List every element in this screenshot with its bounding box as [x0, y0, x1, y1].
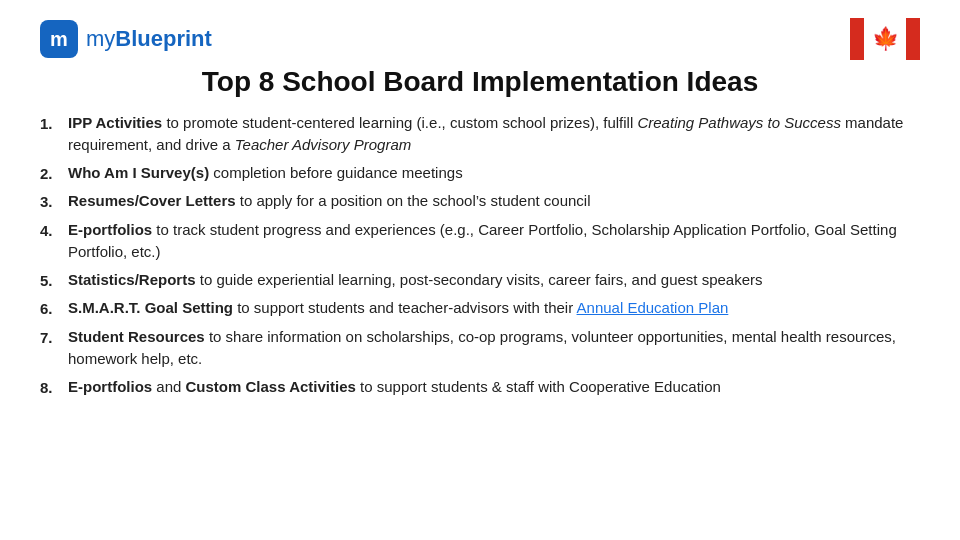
item-bold: Student Resources — [68, 328, 205, 345]
list-item: 7. Student Resources to share informatio… — [40, 326, 920, 370]
item-number: 2. — [40, 162, 68, 185]
item-bold: E-portfolios — [68, 378, 152, 395]
item-text: to promote student-centered learning (i.… — [68, 114, 903, 153]
maple-leaf-icon: 🍁 — [872, 28, 899, 50]
logo-blueprint: Blueprint — [115, 26, 212, 51]
item-content: E-portfolios and Custom Class Activities… — [68, 376, 721, 398]
item-text-2: to support students & staff with Coopera… — [360, 378, 721, 395]
item-content: S.M.A.R.T. Goal Setting to support stude… — [68, 297, 728, 319]
item-text: to guide experiential learning, post-sec… — [200, 271, 763, 288]
list-item: 3. Resumes/Cover Letters to apply for a … — [40, 190, 920, 213]
item-number: 7. — [40, 326, 68, 349]
item-text: to apply for a position on the school’s … — [240, 192, 591, 209]
item-content: Resumes/Cover Letters to apply for a pos… — [68, 190, 591, 212]
item-number: 6. — [40, 297, 68, 320]
item-number: 4. — [40, 219, 68, 242]
item-content: IPP Activities to promote student-center… — [68, 112, 920, 156]
item-text: and — [156, 378, 185, 395]
item-content: E-portfolios to track student progress a… — [68, 219, 920, 263]
list-item: 6. S.M.A.R.T. Goal Setting to support st… — [40, 297, 920, 320]
item-number: 8. — [40, 376, 68, 399]
logo-area: m myBlueprint — [40, 20, 212, 58]
logo-my: my — [86, 26, 115, 51]
item-number: 1. — [40, 112, 68, 135]
item-number: 3. — [40, 190, 68, 213]
annual-education-plan-link[interactable]: Annual Education Plan — [577, 299, 729, 316]
items-list: 1. IPP Activities to promote student-cen… — [40, 112, 920, 398]
list-item: 5. Statistics/Reports to guide experient… — [40, 269, 920, 292]
item-content: Who Am I Survey(s) completion before gui… — [68, 162, 463, 184]
header: m myBlueprint 🍁 — [40, 18, 920, 60]
list-item: 4. E-portfolios to track student progres… — [40, 219, 920, 263]
item-bold: IPP Activities — [68, 114, 162, 131]
item-text: to support students and teacher-advisors… — [237, 299, 576, 316]
item-content: Statistics/Reports to guide experiential… — [68, 269, 763, 291]
list-item: 2. Who Am I Survey(s) completion before … — [40, 162, 920, 185]
list-item: 1. IPP Activities to promote student-cen… — [40, 112, 920, 156]
item-text: completion before guidance meetings — [213, 164, 462, 181]
logo-text: myBlueprint — [86, 26, 212, 52]
item-bold: S.M.A.R.T. Goal Setting — [68, 299, 233, 316]
page-title: Top 8 School Board Implementation Ideas — [40, 66, 920, 98]
flag-center: 🍁 — [864, 18, 906, 60]
logo-icon: m — [40, 20, 78, 58]
flag-left-red — [850, 18, 864, 60]
item-bold: Statistics/Reports — [68, 271, 196, 288]
item-bold: E-portfolios — [68, 221, 152, 238]
item-number: 5. — [40, 269, 68, 292]
page: m myBlueprint 🍁 Top 8 School Board Imple… — [0, 0, 960, 540]
flag-right-red — [906, 18, 920, 60]
item-text: to track student progress and experience… — [68, 221, 897, 260]
item-bold-2: Custom Class Activities — [186, 378, 356, 395]
item-bold: Resumes/Cover Letters — [68, 192, 236, 209]
canada-flag: 🍁 — [850, 18, 920, 60]
item-bold: Who Am I Survey(s) — [68, 164, 209, 181]
item-content: Student Resources to share information o… — [68, 326, 920, 370]
list-item: 8. E-portfolios and Custom Class Activit… — [40, 376, 920, 399]
